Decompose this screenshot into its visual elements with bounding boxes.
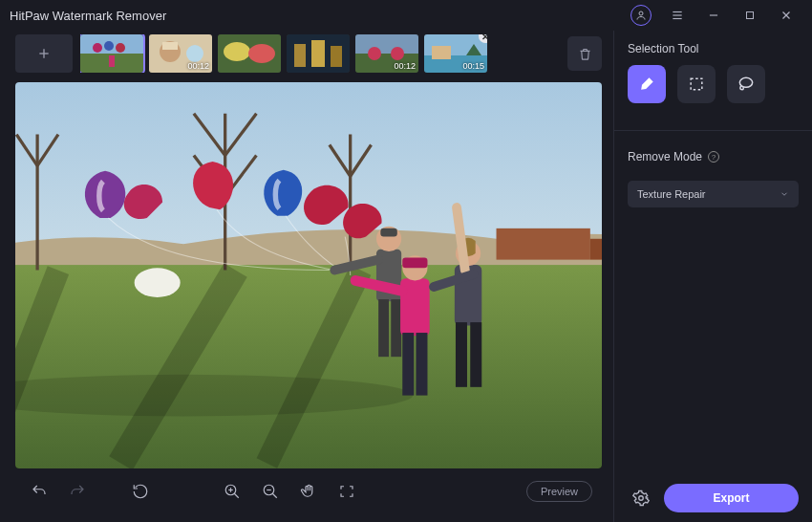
thumbnail-duration: 00:15 <box>462 61 484 71</box>
thumbnail[interactable] <box>218 34 281 73</box>
profile-icon[interactable] <box>630 5 652 26</box>
thumbnail-strip: 00:12 00:12 00:15 ✕ <box>80 34 560 73</box>
svg-rect-35 <box>497 228 590 260</box>
hamburger-icon[interactable] <box>661 3 694 28</box>
svg-rect-79 <box>691 78 702 90</box>
svg-point-19 <box>186 45 203 62</box>
marquee-tool[interactable] <box>677 65 716 103</box>
close-icon[interactable] <box>770 3 802 28</box>
thumbnail[interactable]: 00:12 <box>355 34 418 73</box>
zoom-out-button[interactable] <box>256 477 285 506</box>
right-sidebar: Selection Tool Remove Mode ? Texture Rep… <box>613 31 812 522</box>
svg-point-29 <box>368 47 381 60</box>
svg-rect-25 <box>311 40 325 67</box>
svg-rect-36 <box>590 239 602 260</box>
undo-button[interactable] <box>25 477 53 506</box>
add-media-button[interactable] <box>15 34 73 73</box>
remove-mode-value: Texture Repair <box>637 188 706 200</box>
svg-point-30 <box>391 47 404 60</box>
svg-point-53 <box>135 268 181 297</box>
svg-rect-15 <box>109 55 115 67</box>
export-button[interactable]: Export <box>664 484 799 512</box>
svg-rect-70 <box>456 322 467 387</box>
svg-point-12 <box>93 43 102 53</box>
svg-rect-58 <box>378 299 389 357</box>
window-controls <box>630 3 802 28</box>
zoom-in-button[interactable] <box>218 477 246 506</box>
svg-rect-27 <box>355 34 418 54</box>
svg-point-80 <box>739 77 752 87</box>
svg-line-73 <box>234 493 239 498</box>
preview-button[interactable]: Preview <box>526 481 592 502</box>
remove-mode-label: Remove Mode ? <box>628 150 799 163</box>
svg-point-14 <box>116 43 125 53</box>
svg-rect-56 <box>380 228 396 237</box>
thumbnail-bar: 00:12 00:12 00:15 ✕ <box>15 34 602 73</box>
help-icon[interactable]: ? <box>708 151 719 163</box>
title-bar: HitPaw Watermark Remover <box>0 0 812 31</box>
svg-rect-71 <box>470 322 481 387</box>
settings-button[interactable] <box>628 485 654 511</box>
selection-tool-label: Selection Tool <box>628 42 799 55</box>
thumbnail[interactable]: 00:15 ✕ <box>424 34 487 73</box>
svg-rect-64 <box>402 333 414 396</box>
svg-rect-65 <box>416 333 427 396</box>
canvas[interactable] <box>15 82 602 468</box>
thumbnail[interactable] <box>287 34 350 73</box>
svg-rect-59 <box>391 299 401 357</box>
minimize-icon[interactable] <box>697 3 730 28</box>
thumbnail-duration: 00:12 <box>187 61 209 71</box>
svg-point-0 <box>639 11 643 15</box>
pan-hand-button[interactable] <box>294 477 323 506</box>
maximize-icon[interactable] <box>734 3 766 28</box>
svg-point-21 <box>224 42 250 61</box>
selection-tool-row <box>628 65 799 103</box>
svg-rect-26 <box>331 46 342 67</box>
remove-mode-select[interactable]: Texture Repair <box>628 181 799 207</box>
bottom-toolbar: Preview <box>15 468 602 514</box>
divider <box>614 130 812 131</box>
lasso-tool[interactable] <box>727 65 765 103</box>
app-title: HitPaw Watermark Remover <box>10 9 166 23</box>
svg-rect-24 <box>294 44 306 67</box>
svg-rect-33 <box>432 46 451 59</box>
thumbnail-duration: 00:12 <box>394 61 416 71</box>
reset-button[interactable] <box>126 477 155 506</box>
svg-line-77 <box>272 493 277 498</box>
export-row: Export <box>628 484 799 512</box>
svg-point-81 <box>639 496 644 501</box>
svg-point-13 <box>104 41 114 51</box>
delete-button[interactable] <box>567 36 602 71</box>
svg-point-22 <box>248 44 275 63</box>
fit-screen-button[interactable] <box>332 477 361 506</box>
thumbnail[interactable] <box>80 34 143 73</box>
redo-button[interactable] <box>63 477 92 506</box>
svg-rect-62 <box>402 257 427 268</box>
brush-tool[interactable] <box>628 65 666 103</box>
chevron-down-icon <box>780 189 789 199</box>
svg-rect-18 <box>162 42 178 50</box>
thumbnail[interactable]: 00:12 <box>149 34 212 73</box>
remove-mode-label-text: Remove Mode <box>628 150 702 163</box>
svg-rect-5 <box>747 12 754 19</box>
left-pane: 00:12 00:12 00:15 ✕ <box>0 31 613 522</box>
